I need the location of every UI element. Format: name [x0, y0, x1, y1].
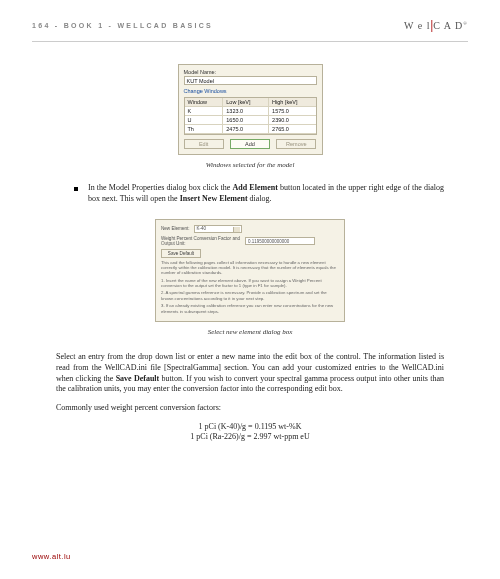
remove-button[interactable]: Remove — [276, 139, 316, 149]
conversion-factor-input[interactable]: 0.119500000000000 — [245, 237, 315, 245]
model-name-input[interactable]: KUT Model — [184, 76, 317, 85]
new-element-label: New Element: — [161, 226, 190, 231]
brand-logo: W e l|C A D® — [404, 18, 468, 33]
page-header: 164 - BOOK 1 - WELLCAD BASICS W e l|C A … — [32, 18, 468, 33]
table-row[interactable]: K 1323.0 1575.0 — [185, 107, 316, 116]
bullet-text: In the Model Properties dialog box click… — [88, 183, 444, 205]
conversion-line-2: 1 pCi (Ra-226)/g = 2.997 wt-ppm eU — [32, 432, 468, 441]
body-paragraph-1: Select an entry from the drop down list … — [56, 352, 444, 395]
add-button[interactable]: Add — [230, 139, 270, 149]
brand-post: C A D — [433, 20, 463, 31]
footer-url: www.alt.lu — [32, 552, 71, 561]
figure-insert-element: New Element: K-40 Weight Percent Convers… — [32, 219, 468, 336]
table-row[interactable]: Th 2475.0 2765.0 — [185, 125, 316, 134]
model-properties-panel: Model Name: KUT Model Change Windows Win… — [178, 64, 323, 155]
conversion-factor-label: Weight Percent Conversion Factor and Out… — [161, 236, 241, 246]
col-window: Window — [185, 98, 223, 107]
table-row[interactable]: U 1650.0 2390.0 — [185, 116, 316, 125]
model-props-button-row: Edit Add Remove — [184, 139, 317, 149]
change-windows-link[interactable]: Change Windows — [184, 88, 227, 94]
figure1-caption: Windows selected for the model — [206, 161, 295, 169]
col-low: Low [keV] — [223, 98, 269, 107]
conversion-line-1: 1 pCi (K-40)/g = 0.1195 wt-%K — [32, 422, 468, 431]
brand-registered-icon: ® — [463, 21, 468, 26]
table-header-row: Window Low [keV] High [keV] — [185, 98, 316, 107]
new-element-select[interactable]: K-40 — [194, 225, 242, 233]
insert-element-helptext: This and the following pages collect all… — [161, 260, 339, 314]
model-name-label: Model Name: — [184, 69, 317, 75]
windows-table: Window Low [keV] High [keV] K 1323.0 157… — [184, 97, 317, 135]
col-high: High [keV] — [269, 98, 316, 107]
brand-pre: W e l — [404, 20, 430, 31]
header-breadcrumb: 164 - BOOK 1 - WELLCAD BASICS — [32, 22, 213, 29]
figure2-caption: Select new element dialog box — [208, 328, 293, 336]
edit-button[interactable]: Edit — [184, 139, 224, 149]
save-default-button[interactable]: Save Default — [161, 249, 201, 258]
bullet-paragraph: In the Model Properties dialog box click… — [74, 183, 444, 205]
insert-element-panel: New Element: K-40 Weight Percent Convers… — [155, 219, 345, 322]
bullet-square-icon — [74, 187, 78, 191]
figure-model-properties: Model Name: KUT Model Change Windows Win… — [32, 64, 468, 169]
body-paragraph-2: Commonly used weight percent conversion … — [56, 403, 444, 414]
header-divider — [32, 41, 468, 42]
